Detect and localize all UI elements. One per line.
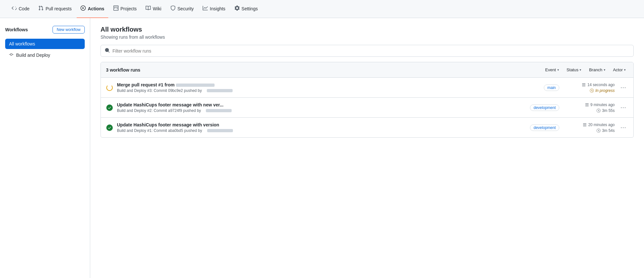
page-subtitle: Showing runs from all workflows bbox=[101, 35, 634, 40]
actor-chevron-icon: ▾ bbox=[624, 68, 626, 72]
filter-branch-label: Branch bbox=[589, 67, 602, 72]
filter-status[interactable]: Status ▾ bbox=[564, 66, 584, 74]
wiki-icon bbox=[146, 5, 151, 12]
insights-icon bbox=[203, 5, 208, 12]
run-3-duration: 3m 54s bbox=[597, 128, 615, 133]
run-3-branch-badge: development bbox=[530, 124, 559, 131]
run-2-time: 9 minutes ago bbox=[585, 103, 615, 107]
page-layout: Workflows New workflow All workflows Bui… bbox=[0, 18, 644, 278]
run-1-subtitle: Build and Deploy #3: Commit 09bc9e2 push… bbox=[117, 88, 540, 93]
new-workflow-button[interactable]: New workflow bbox=[53, 26, 85, 34]
run-2-title: Update HashiCups footer message with new… bbox=[117, 102, 526, 107]
run-2-time-text: 9 minutes ago bbox=[591, 103, 615, 107]
run-2-meta: 9 minutes ago 3m 55s bbox=[563, 103, 615, 113]
run-3-duration-text: 3m 54s bbox=[602, 128, 615, 133]
run-1-meta: 14 seconds ago In progress bbox=[563, 83, 615, 93]
nav-insights[interactable]: Insights bbox=[199, 0, 229, 18]
run-3-title-text: Update HashiCups footer message with ver… bbox=[117, 122, 219, 127]
runs-filters: Event ▾ Status ▾ Branch ▾ Actor ▾ bbox=[543, 66, 628, 74]
run-2-title-text: Update HashiCups footer message with new… bbox=[117, 102, 224, 107]
filter-event[interactable]: Event ▾ bbox=[543, 66, 561, 74]
redacted-user-2 bbox=[206, 109, 232, 112]
runs-table: 3 workflow runs Event ▾ Status ▾ Branch … bbox=[101, 62, 634, 138]
search-bar bbox=[101, 45, 634, 57]
filter-branch[interactable]: Branch ▾ bbox=[586, 66, 608, 74]
run-2-duration-text: 3m 55s bbox=[602, 108, 615, 113]
settings-icon bbox=[235, 5, 240, 12]
actions-icon bbox=[81, 5, 86, 12]
sidebar-item-all-workflows[interactable]: All workflows bbox=[5, 39, 85, 49]
run-1-title-text: Merge pull request #1 from bbox=[117, 82, 215, 87]
sidebar-item-all-workflows-label: All workflows bbox=[9, 41, 35, 46]
nav-security-label: Security bbox=[178, 6, 194, 11]
redacted-user-3 bbox=[207, 129, 233, 132]
run-3-more-options[interactable]: ··· bbox=[619, 123, 628, 132]
nav-projects[interactable]: Projects bbox=[110, 0, 141, 18]
run-2-duration: 3m 55s bbox=[597, 108, 615, 113]
filter-event-label: Event bbox=[545, 67, 556, 72]
pull-requests-icon bbox=[38, 5, 43, 12]
run-1-info: Merge pull request #1 from Build and Dep… bbox=[117, 82, 540, 93]
event-chevron-icon: ▾ bbox=[557, 68, 559, 72]
search-input[interactable] bbox=[112, 48, 630, 54]
nav-security[interactable]: Security bbox=[167, 0, 198, 18]
run-1-time: 14 seconds ago bbox=[582, 83, 615, 87]
run-1-duration-text: In progress bbox=[595, 88, 615, 93]
page-title: All workflows bbox=[101, 26, 634, 33]
nav-code-label: Code bbox=[19, 6, 29, 11]
run-1-branch-badge: main bbox=[544, 84, 559, 91]
run-2-info: Update HashiCups footer message with new… bbox=[117, 102, 526, 113]
redacted-branch-name bbox=[176, 84, 215, 87]
run-3-status bbox=[106, 124, 113, 131]
nav-insights-label: Insights bbox=[210, 6, 225, 11]
sidebar-item-build-and-deploy-label: Build and Deploy bbox=[16, 53, 50, 58]
run-2-subtitle: Build and Deploy #2: Commit a9724f9 push… bbox=[117, 108, 526, 113]
main-content: All workflows Showing runs from all work… bbox=[90, 18, 644, 278]
status-chevron-icon: ▾ bbox=[580, 68, 581, 72]
nav-pull-requests-label: Pull requests bbox=[45, 6, 72, 11]
sidebar-item-build-and-deploy[interactable]: Build and Deploy bbox=[5, 50, 85, 60]
search-icon bbox=[105, 48, 110, 54]
workflow-icon bbox=[9, 52, 14, 58]
filter-actor[interactable]: Actor ▾ bbox=[610, 66, 628, 74]
filter-actor-label: Actor bbox=[613, 67, 623, 72]
top-nav: Code Pull requests Actions Projects Wiki… bbox=[0, 0, 644, 18]
sidebar-title: Workflows bbox=[5, 27, 28, 32]
run-3-subtitle: Build and Deploy #1: Commit aba0bd5 push… bbox=[117, 128, 526, 133]
nav-wiki-label: Wiki bbox=[153, 6, 161, 11]
nav-settings-label: Settings bbox=[242, 6, 258, 11]
spinner-icon bbox=[106, 84, 113, 91]
nav-code[interactable]: Code bbox=[8, 0, 33, 18]
branch-chevron-icon: ▾ bbox=[604, 68, 605, 72]
run-2-branch-badge: development bbox=[530, 104, 559, 111]
nav-settings[interactable]: Settings bbox=[231, 0, 262, 18]
nav-projects-label: Projects bbox=[120, 6, 137, 11]
run-3-title: Update HashiCups footer message with ver… bbox=[117, 122, 526, 127]
run-status-in-progress bbox=[106, 84, 113, 91]
nav-wiki[interactable]: Wiki bbox=[142, 0, 165, 18]
run-3-time-text: 20 minutes ago bbox=[588, 123, 615, 127]
run-row-3[interactable]: Update HashiCups footer message with ver… bbox=[101, 118, 633, 137]
runs-header: 3 workflow runs Event ▾ Status ▾ Branch … bbox=[101, 62, 633, 78]
check-icon-3 bbox=[106, 124, 113, 131]
run-2-more-options[interactable]: ··· bbox=[619, 103, 628, 112]
run-row-2[interactable]: Update HashiCups footer message with new… bbox=[101, 98, 633, 118]
run-1-time-text: 14 seconds ago bbox=[587, 83, 615, 87]
sidebar-header: Workflows New workflow bbox=[5, 26, 85, 34]
runs-count: 3 workflow runs bbox=[106, 67, 140, 73]
run-3-info: Update HashiCups footer message with ver… bbox=[117, 122, 526, 133]
filter-status-label: Status bbox=[567, 67, 579, 72]
run-row-1[interactable]: Merge pull request #1 from Build and Dep… bbox=[101, 78, 633, 98]
run-1-title: Merge pull request #1 from bbox=[117, 82, 540, 87]
run-3-time: 20 minutes ago bbox=[583, 123, 615, 127]
code-icon bbox=[12, 5, 17, 12]
run-3-meta: 20 minutes ago 3m 54s bbox=[563, 123, 615, 133]
check-icon-2 bbox=[106, 104, 113, 111]
run-2-status bbox=[106, 104, 113, 111]
nav-pull-requests[interactable]: Pull requests bbox=[34, 0, 75, 18]
security-icon bbox=[170, 5, 176, 12]
nav-actions[interactable]: Actions bbox=[77, 0, 108, 18]
run-1-more-options[interactable]: ··· bbox=[619, 83, 628, 92]
sidebar: Workflows New workflow All workflows Bui… bbox=[0, 18, 90, 278]
redacted-user-1 bbox=[207, 89, 233, 92]
